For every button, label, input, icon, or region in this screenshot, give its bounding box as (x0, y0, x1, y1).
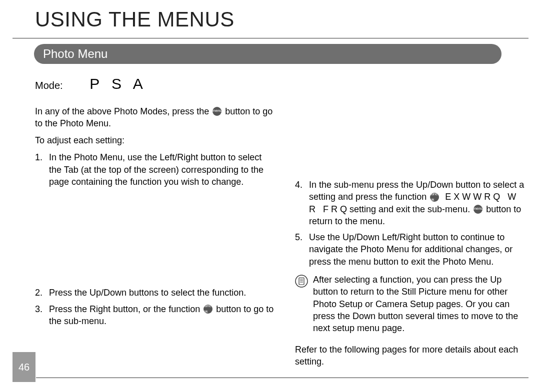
refer-paragraph: Refer to the following pages for more de… (295, 344, 525, 368)
step-2: 2. Press the Up/Down buttons to select t… (35, 287, 275, 299)
step-1: 1. In the Photo Menu, use the Left/Right… (35, 151, 275, 188)
section-heading: Photo Menu (34, 44, 502, 64)
chapter-title: USING THE MENUS (35, 7, 528, 31)
func-ok-icon: func ok (204, 305, 212, 314)
func-ok-icon: func ok (430, 193, 439, 202)
step-text: In the sub-menu press the Up/Down button… (309, 179, 525, 227)
steps-list-left: 1. In the Photo Menu, use the Left/Right… (35, 151, 275, 188)
divider-top (12, 38, 528, 38)
content-area: Mode: P S A In any of the above Photo Mo… (35, 74, 528, 327)
step-number: 1. (35, 151, 49, 188)
note-block: After selecting a function, you can pres… (295, 274, 525, 334)
note-text: After selecting a function, you can pres… (313, 274, 525, 334)
mode-row: Mode: P S A (35, 74, 528, 94)
manual-page: USING THE MENUS Photo Menu Mode: P S A I… (0, 0, 540, 392)
figure-gap (35, 192, 275, 287)
steps-list-right: 4. In the sub-menu press the Up/Down but… (295, 179, 525, 268)
step-text: Use the Up/Down Left/Right button to con… (309, 231, 525, 268)
svg-point-0 (296, 275, 308, 287)
step-text: In the Photo Menu, use the Left/Right bu… (49, 151, 275, 188)
step-number: 5. (295, 231, 309, 268)
right-column: 4. In the sub-menu press the Up/Down but… (295, 179, 525, 368)
page-number: 46 (12, 352, 36, 382)
step-text: Press the Right button, or the function … (49, 303, 275, 328)
menu-icon: menu (212, 107, 222, 116)
step-number: 4. (295, 179, 309, 227)
intro-paragraph: In any of the above Photo Modes, press t… (35, 105, 275, 130)
step-4: 4. In the sub-menu press the Up/Down but… (295, 179, 525, 227)
svg-rect-1 (299, 278, 304, 285)
step-number: 2. (35, 287, 49, 299)
step-5: 5. Use the Up/Down Left/Right button to … (295, 231, 525, 268)
left-column: In any of the above Photo Modes, press t… (35, 105, 275, 328)
step-3: 3. Press the Right button, or the functi… (35, 303, 275, 328)
divider-bottom (36, 378, 528, 378)
menu-icon: menu (474, 205, 482, 214)
note-icon (295, 275, 309, 288)
step-number: 3. (35, 303, 49, 328)
adjust-label: To adjust each setting: (35, 134, 275, 146)
mode-label: Mode: (35, 80, 63, 91)
steps-list-left-cont: 2. Press the Up/Down buttons to select t… (35, 287, 275, 327)
mode-letters: P S A (90, 75, 147, 92)
step-text: Press the Up/Down buttons to select the … (49, 287, 275, 299)
